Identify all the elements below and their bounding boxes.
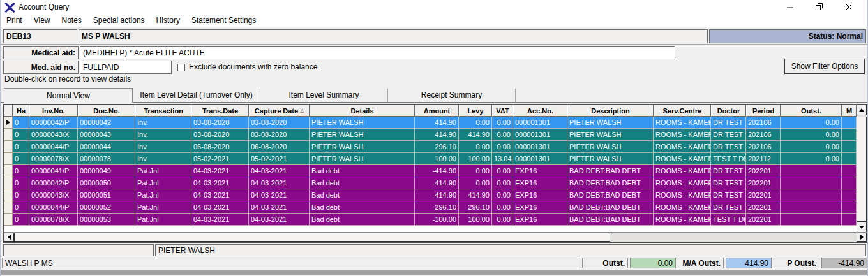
column-header-period[interactable]: Period	[746, 105, 781, 117]
column-header-vat[interactable]: VAT	[492, 105, 513, 117]
minimize-button[interactable]	[775, 0, 805, 14]
total-value-m-a-outst: 414.90	[726, 258, 772, 268]
menu-item-notes[interactable]: Notes	[56, 15, 87, 27]
cell-amount: 296.10	[415, 141, 459, 153]
table-row[interactable]: 000000078/X00000078Inv.05-02-202105-02-2…	[4, 153, 857, 165]
column-header-description[interactable]: Description	[567, 105, 654, 117]
exclude-zero-checkbox[interactable]	[177, 64, 185, 71]
menu-item-print[interactable]: Print	[1, 15, 28, 27]
column-header-levy[interactable]: Levy	[459, 105, 492, 117]
vertical-scroll-thumb[interactable]	[857, 117, 867, 222]
restore-icon	[816, 3, 823, 11]
row-selector[interactable]	[4, 214, 13, 226]
cell-period: 202201	[746, 165, 781, 177]
cell-levy: 414.90	[459, 189, 492, 201]
column-header-capture-date[interactable]: Capture Date△	[249, 105, 310, 117]
cell-serv-centre: ROOMS - KAMERS	[654, 214, 711, 226]
cell-ha: 0	[13, 165, 29, 177]
cell-acc-no: EXP16	[513, 177, 567, 189]
cell-capture-date: 03-08-2020	[249, 117, 310, 129]
cell-levy: 0.00	[459, 165, 492, 177]
menu-item-statement-settings[interactable]: Statement Settings	[186, 15, 262, 27]
row-selector[interactable]	[4, 129, 13, 141]
cell-capture-date: 05-02-2021	[249, 153, 310, 165]
menu-item-special-actions[interactable]: Special actions	[87, 15, 151, 27]
column-header-ha[interactable]: Ha	[13, 105, 29, 117]
cell-capture-date: 03-08-2020	[249, 129, 310, 141]
cell-vat: 0.00	[492, 117, 513, 129]
column-header-details[interactable]: Details	[310, 105, 415, 117]
cell-amount: -414.90	[415, 189, 459, 201]
cell-description: PIETER WALSH	[567, 129, 654, 141]
cell-trans-date: 06-08-2020	[191, 141, 249, 153]
row-selector[interactable]	[4, 141, 13, 153]
table-row[interactable]: 000000041/P00000049Pat.Jnl04-03-202104-0…	[4, 165, 857, 177]
table-row[interactable]: 000000042/P00000042Inv.03-08-202003-08-2…	[4, 117, 857, 129]
row-selector[interactable]	[4, 189, 13, 201]
cell-transaction: Inv.	[135, 129, 191, 141]
column-header-serv-centre[interactable]: Serv.Centre	[654, 105, 711, 117]
row-selector[interactable]	[4, 201, 13, 214]
total-value-p-outst: -414.90	[821, 258, 867, 268]
cell-trans-date: 04-03-2021	[191, 214, 249, 226]
table-row[interactable]: 000000043/X00000051Pat.Jnl04-03-202104-0…	[4, 189, 857, 201]
scroll-left-button[interactable]	[4, 233, 14, 242]
cell-details: Bad debt	[310, 165, 415, 177]
row-selector[interactable]	[4, 177, 13, 189]
menu-item-view[interactable]: View	[28, 15, 56, 27]
scroll-left-icon	[8, 235, 11, 240]
column-header-outst[interactable]: Outst.	[781, 105, 842, 117]
med-aid-no-input[interactable]: FULLPAID	[80, 61, 172, 74]
tab-item-level-detail-turnover-only[interactable]: Item Level Detail (Turnover Only)	[133, 89, 260, 102]
cell-details: PIETER WALSH	[310, 141, 415, 153]
tab-receipt-summary[interactable]: Receipt Summary	[388, 89, 516, 102]
column-header-amount[interactable]: Amount	[415, 105, 459, 117]
cell-trans-date: 03-08-2020	[191, 117, 249, 129]
cell-capture-date: 04-03-2021	[249, 214, 310, 226]
column-header-selector[interactable]	[4, 105, 13, 117]
tab-item-level-summary[interactable]: Item Level Summary	[260, 89, 388, 102]
scroll-right-button[interactable]	[857, 233, 867, 242]
cell-outst: 0.00	[781, 129, 842, 141]
cell-outst: 0.00	[781, 117, 842, 129]
scroll-down-button[interactable]	[857, 222, 867, 233]
column-label: Capture Date	[255, 105, 298, 117]
column-header-m[interactable]: M	[842, 105, 857, 117]
show-filter-options-button[interactable]: Show Filter Options	[784, 59, 865, 74]
table-row[interactable]: 000000044/P00000044Inv.06-08-202006-08-2…	[4, 141, 857, 153]
column-header-trans-date[interactable]: Trans.Date	[191, 105, 249, 117]
cell-inv-no: 00000078/X	[29, 214, 78, 226]
column-header-doctor[interactable]: Doctor	[711, 105, 746, 117]
horizontal-scrollbar[interactable]	[4, 232, 867, 242]
column-header-acc-no[interactable]: Acc.No.	[513, 105, 567, 117]
table-row[interactable]: 000000044/P00000052Pat.Jnl04-03-202104-0…	[4, 201, 857, 214]
cell-capture-date: 04-03-2021	[249, 201, 310, 214]
cell-transaction: Pat.Jnl	[135, 165, 191, 177]
minimize-icon	[787, 4, 794, 11]
close-button[interactable]	[834, 0, 864, 14]
column-header-doc-no[interactable]: Doc.No.	[78, 105, 135, 117]
horizontal-scroll-thumb[interactable]	[14, 233, 610, 242]
row-selector[interactable]	[4, 117, 13, 129]
tab-normal-view[interactable]: Normal View	[4, 88, 133, 103]
restore-button[interactable]	[805, 0, 834, 14]
cell-amount: -414.90	[415, 165, 459, 177]
status-badge: Status: Normal	[709, 29, 866, 43]
record-pointer-icon	[6, 120, 10, 125]
column-header-inv-no[interactable]: Inv.No.	[29, 105, 78, 117]
cell-doctor: DR TEST	[711, 141, 746, 153]
cell-details: PIETER WALSH	[310, 129, 415, 141]
medical-aid-input[interactable]: (MEDIHELP) * Acute ELITE ACUTE	[80, 46, 675, 59]
table-row[interactable]: 000000043/X00000043Inv.03-08-202003-08-2…	[4, 129, 857, 141]
table-row[interactable]: 000000078/X00000053Pat.Jnl04-03-202104-0…	[4, 214, 857, 226]
vertical-scrollbar[interactable]	[857, 105, 867, 233]
cell-m	[842, 177, 857, 189]
table-row[interactable]: 000000042/P00000050Pat.Jnl04-03-202104-0…	[4, 177, 857, 189]
column-header-transaction[interactable]: Transaction	[135, 105, 191, 117]
cell-capture-date: 04-03-2021	[249, 165, 310, 177]
scroll-up-button[interactable]	[857, 105, 867, 115]
cell-transaction: Pat.Jnl	[135, 177, 191, 189]
row-selector[interactable]	[4, 165, 13, 177]
menu-item-history[interactable]: History	[151, 15, 186, 27]
row-selector[interactable]	[4, 153, 13, 165]
